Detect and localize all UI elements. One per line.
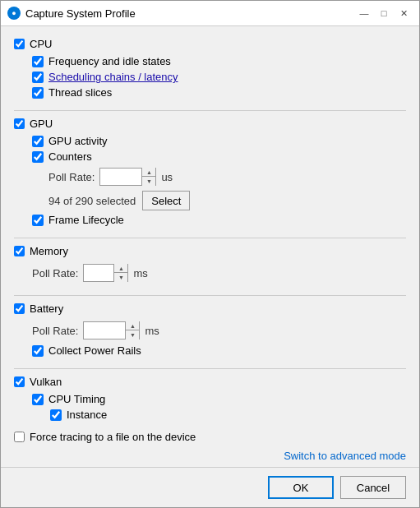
frequency-label: Frequency and idle states (48, 55, 171, 67)
battery-section-header: Battery (14, 299, 406, 318)
memory-section-body: Poll Rate: 5 ▲ ▼ ms (14, 261, 406, 290)
instance-checkbox[interactable] (50, 409, 62, 421)
vulkan-label: Vulkan (30, 376, 62, 388)
scheduling-label: Scheduling chains / latency (48, 71, 178, 83)
thread-slices-row: Thread slices (32, 85, 406, 100)
gpu-poll-rate-spinbox-buttons: ▲ ▼ (141, 168, 155, 186)
divider-2 (14, 238, 406, 238)
gpu-select-row: 94 of 290 selected Select (32, 189, 406, 212)
gpu-poll-rate-unit: us (161, 171, 173, 183)
close-button[interactable]: ✕ (395, 6, 413, 21)
capture-system-profile-window: ● Capture System Profile — □ ✕ CPU Frequ… (0, 0, 420, 508)
instance-label: Instance (67, 409, 107, 421)
vulkan-section-body: CPU Timing Instance Physical Device Devi… (14, 391, 406, 421)
gpu-poll-rate-label: Poll Rate: (48, 171, 95, 183)
gpu-activity-row: GPU activity (32, 133, 406, 149)
memory-poll-rate-unit: ms (133, 267, 147, 279)
battery-checkbox[interactable] (14, 303, 25, 314)
cpu-timing-checkbox[interactable] (32, 394, 44, 405)
gpu-select-button[interactable]: Select (142, 191, 190, 210)
gpu-checkbox[interactable] (14, 118, 25, 129)
battery-poll-rate-label: Poll Rate: (32, 325, 78, 337)
memory-poll-rate-label: Poll Rate: (32, 267, 78, 279)
memory-checkbox[interactable] (14, 246, 25, 256)
frequency-row: Frequency and idle states (32, 53, 406, 69)
gpu-counters-label: Counters (48, 150, 92, 163)
title-bar: ● Capture System Profile — □ ✕ (1, 1, 419, 26)
divider-1 (14, 110, 406, 111)
memory-poll-rate-spinbox-buttons: ▲ ▼ (113, 264, 127, 282)
force-trace-label: Force tracing to a file on the device (30, 431, 196, 443)
memory-section: Memory Poll Rate: 5 ▲ ▼ ms (14, 242, 406, 290)
divider-3 (14, 295, 406, 296)
battery-poll-rate-row: Poll Rate: 250 ▲ ▼ ms (32, 318, 406, 343)
title-bar-controls: — □ ✕ (355, 6, 413, 21)
battery-section: Battery Poll Rate: 250 ▲ ▼ ms (14, 299, 406, 363)
battery-poll-rate-down[interactable]: ▼ (126, 330, 139, 339)
scheduling-checkbox[interactable] (32, 72, 44, 83)
gpu-section-body: GPU activity Counters Poll Rate: 1000 ▲ … (14, 133, 406, 233)
divider-4 (14, 368, 406, 369)
frame-lifecycle-label: Frame Lifecycle (48, 214, 124, 226)
gpu-poll-rate-input[interactable]: 1000 (100, 169, 141, 185)
battery-poll-rate-spinbox: 250 ▲ ▼ (83, 321, 140, 339)
cancel-button[interactable]: Cancel (340, 476, 406, 499)
advanced-link-row: Switch to advanced mode (1, 450, 419, 467)
cpu-timing-items: Instance Physical Device Device Queue (32, 407, 406, 421)
force-trace-checkbox[interactable] (14, 432, 25, 442)
window-title: Capture System Profile (25, 7, 355, 20)
memory-poll-rate-row: Poll Rate: 5 ▲ ▼ ms (32, 261, 406, 285)
vulkan-checkbox[interactable] (14, 376, 25, 387)
gpu-section-header: GPU (14, 114, 406, 133)
gpu-activity-checkbox[interactable] (32, 136, 44, 147)
thread-slices-label: Thread slices (48, 86, 112, 99)
instance-row: Instance (50, 407, 406, 421)
maximize-button[interactable]: □ (375, 6, 393, 21)
vulkan-section-header: Vulkan (14, 372, 406, 391)
cpu-section: CPU Frequency and idle states Scheduling… (14, 35, 406, 105)
advanced-mode-link[interactable]: Switch to advanced mode (284, 450, 406, 462)
cpu-timing-label: CPU Timing (48, 393, 105, 405)
battery-section-body: Poll Rate: 250 ▲ ▼ ms Collect Power Rail… (14, 318, 406, 363)
window-icon: ● (7, 7, 21, 20)
frame-lifecycle-row: Frame Lifecycle (32, 212, 406, 228)
cpu-checkbox[interactable] (14, 39, 25, 49)
gpu-poll-rate-spinbox: 1000 ▲ ▼ (99, 168, 156, 186)
bottom-row: Force tracing to a file on the device (1, 421, 419, 450)
force-trace-row: Force tracing to a file on the device (14, 426, 196, 448)
gpu-activity-label: GPU activity (48, 135, 108, 147)
frequency-checkbox[interactable] (32, 56, 44, 67)
memory-poll-rate-up[interactable]: ▲ (114, 264, 127, 273)
dialog-footer: OK Cancel (1, 467, 419, 507)
battery-poll-rate-spinbox-buttons: ▲ ▼ (125, 321, 139, 339)
cpu-section-body: Frequency and idle states Scheduling cha… (14, 53, 406, 105)
vulkan-section: Vulkan CPU Timing Instance Physical Devi… (14, 372, 406, 421)
gpu-poll-rate-down[interactable]: ▼ (142, 177, 155, 186)
memory-section-header: Memory (14, 242, 406, 261)
memory-poll-rate-down[interactable]: ▼ (114, 273, 127, 282)
gpu-poll-rate-up[interactable]: ▲ (142, 168, 155, 177)
gpu-counters-row: Counters (32, 149, 406, 164)
collect-power-rails-checkbox[interactable] (32, 345, 44, 357)
frame-lifecycle-checkbox[interactable] (32, 215, 44, 226)
scheduling-row: Scheduling chains / latency (32, 69, 406, 85)
collect-power-rails-row: Collect Power Rails (32, 343, 406, 358)
gpu-select-info: 94 of 290 selected (48, 195, 136, 207)
cpu-section-header: CPU (14, 35, 406, 53)
thread-slices-checkbox[interactable] (32, 87, 44, 99)
cpu-label: CPU (30, 38, 52, 50)
cpu-timing-row: CPU Timing (32, 391, 406, 407)
gpu-label: GPU (30, 118, 53, 130)
ok-button[interactable]: OK (268, 476, 334, 499)
gpu-section: GPU GPU activity Counters Poll Rate: 100… (14, 114, 406, 233)
battery-poll-rate-unit: ms (145, 325, 159, 337)
minimize-button[interactable]: — (355, 6, 373, 21)
battery-poll-rate-input[interactable]: 250 (84, 322, 125, 339)
gpu-counters-checkbox[interactable] (32, 151, 44, 163)
battery-label: Battery (30, 302, 63, 315)
memory-label: Memory (30, 245, 68, 257)
memory-poll-rate-input[interactable]: 5 (84, 265, 113, 281)
memory-poll-rate-spinbox: 5 ▲ ▼ (83, 264, 128, 282)
collect-power-rails-label: Collect Power Rails (48, 344, 141, 357)
battery-poll-rate-up[interactable]: ▲ (126, 321, 139, 330)
